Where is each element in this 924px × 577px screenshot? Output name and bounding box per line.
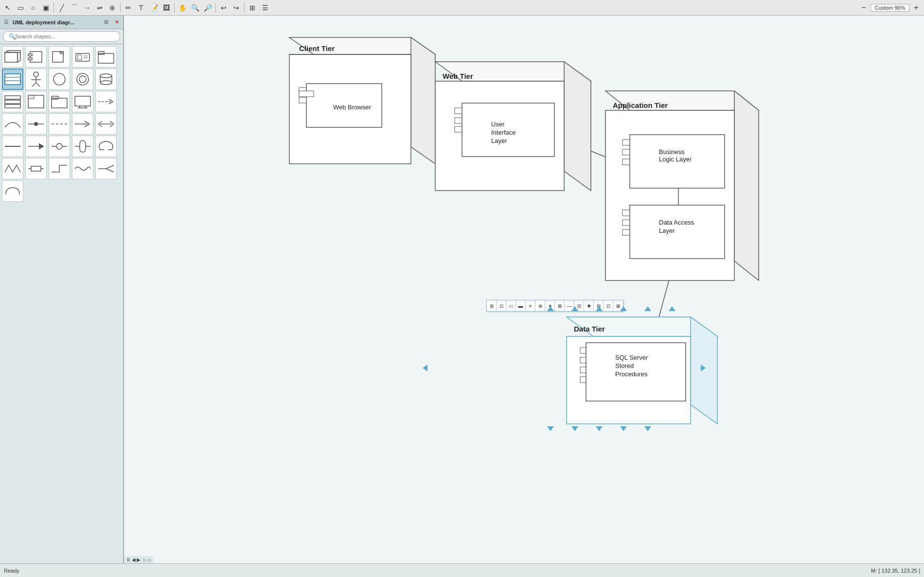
svg-rect-13 [98, 53, 114, 63]
svg-rect-36 [52, 96, 58, 99]
float-btn-11[interactable]: ✚ [584, 300, 594, 311]
shape-transition[interactable] [2, 180, 23, 202]
format-btn[interactable]: ⊞ [247, 2, 258, 14]
float-btn-1[interactable]: ⊞ [487, 300, 497, 311]
shape-layers[interactable] [2, 91, 23, 112]
shape-dashed-arrow[interactable] [95, 91, 117, 112]
prev-btn[interactable]: ◀ [132, 557, 136, 562]
shape-artifact[interactable] [49, 46, 70, 68]
shape-half-circle[interactable] [72, 136, 93, 157]
redo-btn[interactable]: ↪ [231, 2, 242, 14]
svg-point-24 [77, 73, 89, 85]
resize-arrow-left[interactable] [423, 365, 427, 371]
svg-rect-32 [5, 105, 20, 108]
float-btn-2[interactable]: ⊡ [497, 300, 506, 311]
resize-arrow-top-3[interactable] [596, 306, 603, 311]
shape-folder[interactable] [49, 91, 70, 112]
panel-menu-btn[interactable]: ☰ [2, 18, 11, 27]
svg-point-25 [79, 76, 86, 83]
connector-tool[interactable]: ⇌ [94, 2, 106, 14]
resize-arrow-bottom-2[interactable] [571, 426, 578, 431]
search-input[interactable] [3, 31, 120, 42]
line-tool[interactable]: ╱ [56, 2, 68, 14]
zoom-minus[interactable]: − [858, 2, 870, 14]
waypoint-tool[interactable]: ⊕ [107, 2, 118, 14]
svg-rect-10 [78, 55, 82, 60]
panel-close-btn[interactable]: ✕ [112, 18, 121, 27]
zoom-level[interactable]: Custom 96% [871, 4, 909, 12]
float-btn-13[interactable]: ⊡ [604, 300, 613, 311]
shape-line-dot[interactable] [25, 113, 47, 135]
undo-btn[interactable]: ↩ [218, 2, 230, 14]
shape-screen[interactable] [72, 91, 93, 112]
resize-arrow-top-6[interactable] [669, 306, 675, 311]
resize-arrow-bottom-3[interactable] [596, 426, 603, 431]
zoom-out-btn[interactable]: 🔎 [202, 2, 213, 14]
shape-node[interactable] [2, 46, 23, 68]
resize-arrow-bottom-1[interactable] [547, 426, 554, 431]
svg-point-23 [53, 73, 65, 85]
rectangle-tool[interactable]: ▭ [15, 2, 26, 14]
shape-zigzag[interactable] [2, 158, 23, 179]
properties-btn[interactable]: ☰ [259, 2, 271, 14]
shape-fork[interactable] [95, 158, 117, 179]
shape-wavy[interactable] [72, 158, 93, 179]
shape-elbow[interactable] [49, 158, 70, 179]
svg-rect-15 [5, 74, 20, 85]
shape-dashed-line[interactable] [49, 113, 70, 135]
text-tool[interactable]: T [135, 2, 147, 14]
shape-box-connector[interactable] [25, 158, 47, 179]
shape-component[interactable] [25, 46, 47, 68]
resize-arrow-top-2[interactable] [571, 306, 578, 311]
zoom-in-btn[interactable]: 🔍 [189, 2, 201, 14]
separator-3 [174, 3, 175, 13]
float-btn-8[interactable]: ⊠ [555, 300, 565, 311]
shape-actor[interactable] [25, 69, 47, 90]
next-btn[interactable]: ▶ [137, 557, 141, 562]
business-logic-label2: Logic Layer [659, 156, 692, 163]
shape-horizontal-line[interactable] [2, 136, 23, 157]
sql-server-label: SQL Server [615, 354, 648, 361]
float-btn-5[interactable]: ≡ [526, 300, 535, 311]
rounded-rect-tool[interactable]: ▣ [40, 2, 52, 14]
resize-arrow-top-1[interactable] [547, 306, 554, 311]
shape-arrow-both[interactable] [95, 113, 117, 135]
resize-arrow-bottom-4[interactable] [620, 426, 627, 431]
shape-omega[interactable] [95, 136, 117, 157]
zoom-plus[interactable]: + [910, 2, 922, 14]
shape-arrow-right[interactable] [72, 113, 93, 135]
shape-circle-connector[interactable] [49, 136, 70, 157]
data-access-box[interactable] [630, 205, 725, 259]
panel-list-view-btn[interactable]: ⊞ [102, 18, 110, 27]
image-tool[interactable]: 🖼 [160, 2, 172, 14]
shape-device[interactable] [72, 46, 93, 68]
freehand-tool[interactable]: ✏ [123, 2, 134, 14]
svg-rect-4 [30, 52, 42, 62]
shape-package[interactable] [95, 46, 117, 68]
float-btn-3[interactable]: ▭ [506, 300, 516, 311]
resize-arrow-right[interactable] [701, 365, 706, 371]
float-btn-4[interactable]: ▬ [516, 300, 526, 311]
shape-ring[interactable] [72, 69, 93, 90]
resize-arrow-top-5[interactable] [644, 306, 651, 311]
shape-cylinder[interactable] [95, 69, 117, 90]
status-bar: Ready M: [ 132.35, 123.25 ] [0, 563, 924, 577]
arrow-tool[interactable]: → [81, 2, 93, 14]
select-tool[interactable]: ↖ [2, 2, 14, 14]
app-tier-side [734, 91, 759, 280]
shape-simple-arrow[interactable] [25, 136, 47, 157]
canvas-area[interactable]: Client Tier Web Browser Web Tier User In… [124, 16, 924, 577]
shape-circle[interactable] [49, 69, 70, 90]
shape-curved-line[interactable] [2, 113, 23, 135]
float-btn-6[interactable]: ⊕ [535, 300, 545, 311]
pause-btn[interactable]: ⏸ [126, 557, 131, 562]
resize-arrow-top-4[interactable] [620, 306, 627, 311]
note-tool[interactable]: 📝 [148, 2, 160, 14]
pan-tool[interactable]: ✋ [177, 2, 188, 14]
ellipse-tool[interactable]: ○ [27, 2, 39, 14]
resize-arrow-bottom-5[interactable] [644, 426, 651, 431]
shape-uml-selected[interactable] [2, 69, 23, 90]
shape-frame[interactable] [25, 91, 47, 112]
curve-tool[interactable]: ⌒ [69, 2, 80, 14]
ui-layer-label3: Layer [491, 137, 507, 144]
